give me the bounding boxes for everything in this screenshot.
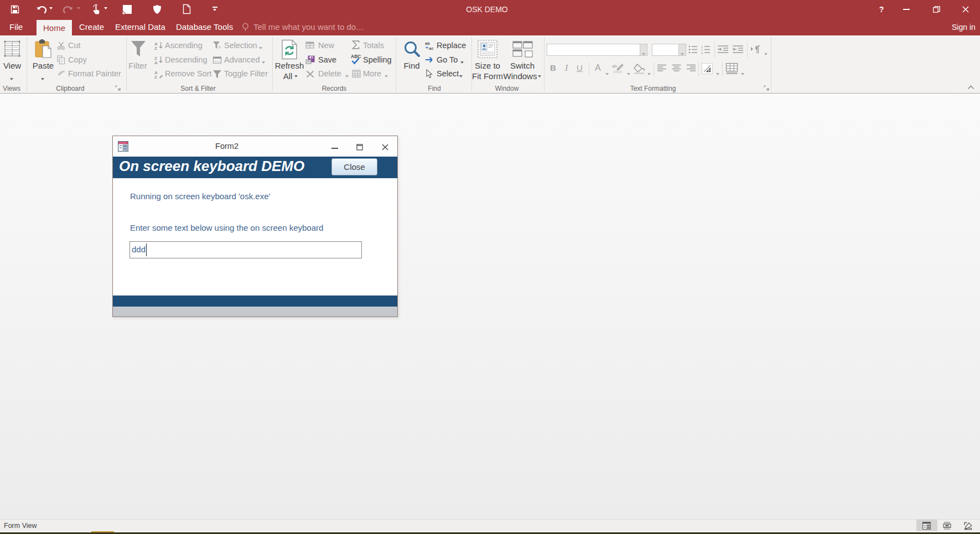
svg-text:ac: ac (429, 46, 433, 50)
svg-text:A: A (154, 60, 158, 65)
svg-text:ABC: ABC (351, 54, 361, 59)
svg-text:ab: ab (612, 64, 617, 69)
svg-text:Z: Z (154, 46, 157, 50)
svg-text:3: 3 (701, 51, 703, 54)
svg-text:Z: Z (154, 75, 157, 79)
